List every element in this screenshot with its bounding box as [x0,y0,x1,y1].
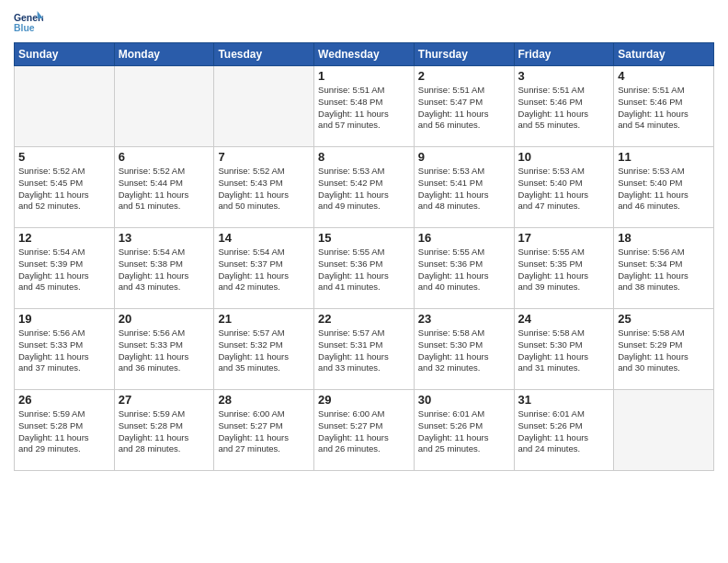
calendar-cell: 9Sunrise: 5:53 AM Sunset: 5:41 PM Daylig… [414,147,514,228]
calendar-cell [614,390,714,471]
calendar-cell: 27Sunrise: 5:59 AM Sunset: 5:28 PM Dayli… [114,390,214,471]
calendar-cell: 20Sunrise: 5:56 AM Sunset: 5:33 PM Dayli… [114,309,214,390]
day-info: Sunrise: 6:01 AM Sunset: 5:26 PM Dayligh… [418,408,510,455]
calendar-cell: 6Sunrise: 5:52 AM Sunset: 5:44 PM Daylig… [114,147,214,228]
day-number: 4 [618,69,710,83]
day-info: Sunrise: 5:59 AM Sunset: 5:28 PM Dayligh… [119,408,210,455]
day-number: 11 [618,150,710,164]
calendar-cell [214,66,314,147]
calendar-cell: 15Sunrise: 5:55 AM Sunset: 5:36 PM Dayli… [314,228,415,309]
day-info: Sunrise: 5:57 AM Sunset: 5:32 PM Dayligh… [218,327,310,374]
day-number: 22 [318,312,410,326]
day-info: Sunrise: 5:54 AM Sunset: 5:39 PM Dayligh… [18,247,110,293]
day-number: 10 [518,150,610,164]
calendar-cell: 17Sunrise: 5:55 AM Sunset: 5:35 PM Dayli… [514,228,614,309]
calendar-cell: 8Sunrise: 5:53 AM Sunset: 5:42 PM Daylig… [314,147,415,228]
calendar-cell: 5Sunrise: 5:52 AM Sunset: 5:45 PM Daylig… [15,147,115,228]
calendar-cell: 13Sunrise: 5:54 AM Sunset: 5:38 PM Dayli… [114,228,214,309]
calendar-cell: 12Sunrise: 5:54 AM Sunset: 5:39 PM Dayli… [15,228,115,309]
calendar-cell: 28Sunrise: 6:00 AM Sunset: 5:27 PM Dayli… [214,390,314,471]
day-info: Sunrise: 6:00 AM Sunset: 5:27 PM Dayligh… [318,408,410,455]
day-info: Sunrise: 5:51 AM Sunset: 5:46 PM Dayligh… [518,85,610,132]
calendar-cell: 25Sunrise: 5:58 AM Sunset: 5:29 PM Dayli… [614,309,714,390]
day-number: 12 [18,231,110,245]
day-info: Sunrise: 5:56 AM Sunset: 5:34 PM Dayligh… [618,247,710,293]
week-row-2: 12Sunrise: 5:54 AM Sunset: 5:39 PM Dayli… [15,228,714,309]
weekday-header-saturday: Saturday [614,43,714,66]
day-info: Sunrise: 5:51 AM Sunset: 5:48 PM Dayligh… [318,85,410,132]
logo-icon: General Blue [14,9,43,35]
day-info: Sunrise: 5:52 AM Sunset: 5:44 PM Dayligh… [119,166,210,213]
calendar-table: SundayMondayTuesdayWednesdayThursdayFrid… [14,42,714,471]
calendar-cell [15,66,115,147]
calendar-cell: 31Sunrise: 6:01 AM Sunset: 5:26 PM Dayli… [514,390,614,471]
week-row-0: 1Sunrise: 5:51 AM Sunset: 5:48 PM Daylig… [15,66,714,147]
weekday-header-tuesday: Tuesday [214,43,314,66]
weekday-header-monday: Monday [114,43,214,66]
week-row-1: 5Sunrise: 5:52 AM Sunset: 5:45 PM Daylig… [15,147,714,228]
weekday-header-row: SundayMondayTuesdayWednesdayThursdayFrid… [15,43,714,66]
day-number: 2 [418,69,510,83]
calendar-cell: 30Sunrise: 6:01 AM Sunset: 5:26 PM Dayli… [414,390,514,471]
day-info: Sunrise: 5:52 AM Sunset: 5:43 PM Dayligh… [218,166,310,213]
day-number: 16 [418,231,510,245]
day-number: 27 [119,393,210,407]
calendar-cell: 29Sunrise: 6:00 AM Sunset: 5:27 PM Dayli… [314,390,415,471]
day-info: Sunrise: 5:53 AM Sunset: 5:41 PM Dayligh… [418,166,510,213]
day-number: 6 [119,150,210,164]
day-info: Sunrise: 6:01 AM Sunset: 5:26 PM Dayligh… [518,408,610,455]
day-info: Sunrise: 5:56 AM Sunset: 5:33 PM Dayligh… [18,327,110,374]
calendar-cell: 19Sunrise: 5:56 AM Sunset: 5:33 PM Dayli… [15,309,115,390]
day-number: 19 [18,312,110,326]
day-info: Sunrise: 5:59 AM Sunset: 5:28 PM Dayligh… [18,408,110,455]
calendar-cell: 16Sunrise: 5:55 AM Sunset: 5:36 PM Dayli… [414,228,514,309]
day-number: 8 [318,150,410,164]
weekday-header-sunday: Sunday [15,43,115,66]
day-info: Sunrise: 5:56 AM Sunset: 5:33 PM Dayligh… [119,327,210,374]
day-number: 25 [618,312,710,326]
day-number: 29 [318,393,410,407]
day-info: Sunrise: 6:00 AM Sunset: 5:27 PM Dayligh… [218,408,310,455]
day-number: 23 [418,312,510,326]
day-info: Sunrise: 5:53 AM Sunset: 5:42 PM Dayligh… [318,166,410,213]
calendar-cell: 2Sunrise: 5:51 AM Sunset: 5:47 PM Daylig… [414,66,514,147]
calendar-cell: 21Sunrise: 5:57 AM Sunset: 5:32 PM Dayli… [214,309,314,390]
week-row-3: 19Sunrise: 5:56 AM Sunset: 5:33 PM Dayli… [15,309,714,390]
day-number: 24 [518,312,610,326]
calendar-cell: 26Sunrise: 5:59 AM Sunset: 5:28 PM Dayli… [15,390,115,471]
day-info: Sunrise: 5:58 AM Sunset: 5:29 PM Dayligh… [618,327,710,374]
day-info: Sunrise: 5:53 AM Sunset: 5:40 PM Dayligh… [618,166,710,213]
calendar-cell: 22Sunrise: 5:57 AM Sunset: 5:31 PM Dayli… [314,309,415,390]
day-number: 15 [318,231,410,245]
calendar-cell: 10Sunrise: 5:53 AM Sunset: 5:40 PM Dayli… [514,147,614,228]
calendar-cell: 14Sunrise: 5:54 AM Sunset: 5:37 PM Dayli… [214,228,314,309]
day-number: 5 [18,150,110,164]
day-info: Sunrise: 5:55 AM Sunset: 5:36 PM Dayligh… [318,247,410,293]
day-info: Sunrise: 5:58 AM Sunset: 5:30 PM Dayligh… [518,327,610,374]
calendar-cell: 1Sunrise: 5:51 AM Sunset: 5:48 PM Daylig… [314,66,415,147]
page-header: General Blue [14,9,714,35]
day-number: 30 [418,393,510,407]
day-number: 17 [518,231,610,245]
calendar-cell: 23Sunrise: 5:58 AM Sunset: 5:30 PM Dayli… [414,309,514,390]
logo: General Blue [14,9,47,35]
svg-text:Blue: Blue [14,23,35,33]
day-number: 20 [119,312,210,326]
day-number: 7 [218,150,310,164]
day-info: Sunrise: 5:52 AM Sunset: 5:45 PM Dayligh… [18,166,110,213]
calendar-cell: 18Sunrise: 5:56 AM Sunset: 5:34 PM Dayli… [614,228,714,309]
day-number: 13 [119,231,210,245]
day-number: 3 [518,69,610,83]
calendar-cell: 7Sunrise: 5:52 AM Sunset: 5:43 PM Daylig… [214,147,314,228]
day-info: Sunrise: 5:57 AM Sunset: 5:31 PM Dayligh… [318,327,410,374]
day-info: Sunrise: 5:55 AM Sunset: 5:36 PM Dayligh… [418,247,510,293]
weekday-header-wednesday: Wednesday [314,43,415,66]
calendar-cell: 4Sunrise: 5:51 AM Sunset: 5:46 PM Daylig… [614,66,714,147]
calendar-cell: 3Sunrise: 5:51 AM Sunset: 5:46 PM Daylig… [514,66,614,147]
day-number: 18 [618,231,710,245]
day-info: Sunrise: 5:54 AM Sunset: 5:37 PM Dayligh… [218,247,310,293]
calendar-cell: 24Sunrise: 5:58 AM Sunset: 5:30 PM Dayli… [514,309,614,390]
weekday-header-friday: Friday [514,43,614,66]
day-number: 14 [218,231,310,245]
day-info: Sunrise: 5:54 AM Sunset: 5:38 PM Dayligh… [119,247,210,293]
